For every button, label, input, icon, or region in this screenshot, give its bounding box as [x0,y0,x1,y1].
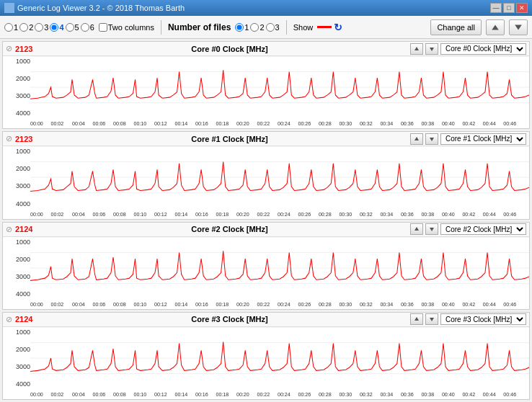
chart-header-3: ⊘ 2124 Core #3 Clock [MHz] Core #3 Clock… [3,313,529,327]
svg-text:00:04: 00:04 [72,302,85,307]
y-axis-3: 4000 3000 2000 1000 [3,327,30,389]
scroll-up-button[interactable] [486,19,505,35]
radio-4[interactable] [50,23,58,32]
chart-dropdown-2[interactable]: Core #2 Clock [MHz] [440,223,526,235]
change-all-button[interactable]: Change all [430,19,482,35]
y-label-0-1: 1000 [4,58,30,65]
svg-text:00:38: 00:38 [421,212,434,217]
chart-btn-up-0[interactable] [410,43,423,55]
chart-down-icon-0 [429,46,435,52]
y-label-0-4: 4000 [4,110,30,117]
radio-5[interactable] [66,23,74,32]
radio-1[interactable] [4,23,13,32]
chart-btn-down-3[interactable] [425,313,438,325]
file-radio-item-1[interactable]: 1 [235,23,249,32]
radio-item-2[interactable]: 2 [19,23,33,32]
chart-body-2: 4000 3000 2000 1000 00:00 00:02 00:0 [3,237,529,309]
y-label-2-3: 3000 [4,273,30,280]
svg-text:00:28: 00:28 [319,392,332,397]
radio-item-4[interactable]: 4 [50,23,63,32]
chart-btn-down-1[interactable] [425,133,438,145]
svg-text:00:24: 00:24 [278,302,291,307]
svg-marker-33 [430,138,434,141]
chart-area-0 [30,56,529,118]
chart-panel-3: ⊘ 2124 Core #3 Clock [MHz] Core #3 Clock… [2,312,530,400]
chart-header-left-1: ⊘ 2123 [6,134,49,143]
toolbar: 1 2 3 4 5 6 Two columns Number of files [0,16,532,39]
svg-text:00:06: 00:06 [93,302,106,307]
radio-item-3[interactable]: 3 [35,23,48,32]
minimize-button[interactable]: — [490,3,502,13]
chart-btn-up-3[interactable] [410,313,423,325]
chart-value-1: 2123 [15,135,32,143]
file-radio-2-label: 2 [260,23,264,32]
svg-text:00:42: 00:42 [462,392,475,397]
svg-text:00:22: 00:22 [257,121,270,126]
maximize-button[interactable]: □ [503,3,515,13]
file-radio-3[interactable] [266,23,275,32]
svg-text:00:12: 00:12 [154,302,167,307]
y-label-3-3: 3000 [4,363,30,370]
svg-text:00:20: 00:20 [236,392,249,397]
y-axis-2: 4000 3000 2000 1000 [3,237,30,299]
chart-title-1: Core #1 Clock [MHz] [49,135,410,143]
svg-text:00:28: 00:28 [319,302,332,307]
svg-marker-32 [414,137,419,140]
file-radio-item-3[interactable]: 3 [266,23,280,32]
radio-item-5[interactable]: 5 [66,23,79,32]
chart-btn-up-2[interactable] [410,223,423,235]
svg-text:00:40: 00:40 [442,302,455,307]
y-label-1-4: 4000 [4,200,30,207]
close-button[interactable]: ✕ [516,3,528,13]
chart-btn-down-2[interactable] [425,223,438,235]
file-radio-1[interactable] [235,23,244,32]
svg-text:00:16: 00:16 [195,212,208,217]
radio-3[interactable] [35,23,43,32]
svg-text:00:08: 00:08 [113,212,126,217]
chart-title-3: Core #3 Clock [MHz] [49,315,410,323]
two-columns-group[interactable]: Two columns [99,23,154,32]
scroll-down-button[interactable] [509,19,528,35]
svg-text:00:32: 00:32 [360,392,373,397]
chart-header-left-0: ⊘ 2123 [6,44,49,53]
phi-3: ⊘ [6,315,12,324]
file-radio-3-label: 3 [275,23,280,32]
chart-header-left-3: ⊘ 2124 [6,315,49,324]
svg-text:00:20: 00:20 [236,302,249,307]
chart-dropdown-3[interactable]: Core #3 Clock [MHz] [440,313,526,325]
chart-dropdown-1[interactable]: Core #1 Clock [MHz] [440,133,526,145]
svg-text:00:18: 00:18 [216,121,229,126]
two-columns-checkbox[interactable] [99,23,107,32]
chart-svg-0 [30,56,529,118]
svg-text:00:28: 00:28 [319,121,332,126]
svg-text:00:38: 00:38 [421,121,434,126]
x-axis-0: 00:00 00:02 00:04 00:06 00:08 00:10 00:1… [30,118,529,128]
svg-text:00:30: 00:30 [339,392,352,397]
main-content: ⊘ 2123 Core #0 Clock [MHz] Core #0 Clock… [0,39,532,402]
radio-6[interactable] [81,23,89,32]
chart-dropdown-0[interactable]: Core #0 Clock [MHz] [440,43,526,55]
svg-text:00:10: 00:10 [133,392,146,397]
svg-text:00:04: 00:04 [72,392,85,397]
chart-btn-up-1[interactable] [410,133,423,145]
title-bar-buttons: — □ ✕ [490,3,528,13]
radio-item-1[interactable]: 1 [4,23,18,32]
svg-text:00:46: 00:46 [503,302,516,307]
radio-5-label: 5 [75,23,79,32]
y-label-2-1: 1000 [4,238,30,246]
svg-text:00:22: 00:22 [257,302,270,307]
file-radio-item-2[interactable]: 2 [250,23,264,32]
svg-marker-3 [430,48,434,51]
svg-text:00:12: 00:12 [154,392,167,397]
radio-item-6[interactable]: 6 [81,23,94,32]
file-radio-2[interactable] [250,23,259,32]
svg-text:00:08: 00:08 [113,302,126,307]
svg-marker-1 [515,24,522,30]
radio-2[interactable] [19,23,28,32]
chart-title-0: Core #0 Clock [MHz] [49,45,410,53]
svg-marker-62 [414,227,419,231]
radio-6-label: 6 [90,23,94,32]
app-icon [4,3,14,13]
chart-btn-down-0[interactable] [425,43,438,55]
svg-text:00:42: 00:42 [462,212,475,217]
